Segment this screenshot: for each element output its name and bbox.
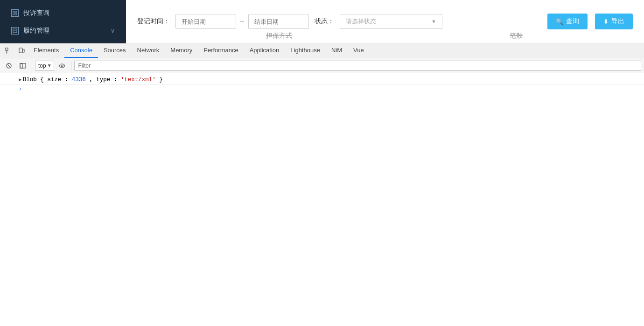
svg-rect-12 (20, 63, 22, 68)
expand-blob-btn[interactable]: ▶ (19, 76, 22, 83)
strikethrough-text-2: 笔数 (510, 32, 523, 40)
blob-size-label: size (47, 76, 61, 83)
console-toolbar: top ▼ (0, 58, 644, 73)
blob-close-brace: } (159, 76, 163, 83)
context-label: top (38, 62, 46, 69)
console-prompt-row: › (0, 85, 644, 93)
sidebar-item-fulfillment[interactable]: 履约管理 ∨ (7, 24, 119, 38)
content-top: 登记时间： ～ 状态： 请选择状态 ▼ 🔍 查询 ⬇ 导出 担保方式 笔数 (126, 0, 644, 43)
devtools-tabs: Elements Console Sources Network Memory … (28, 43, 642, 58)
login-time-label: 登记时间： (137, 17, 170, 26)
date-start-input[interactable] (175, 14, 236, 29)
tab-performance[interactable]: Performance (198, 43, 244, 58)
toolbar-divider-2 (71, 62, 71, 70)
date-input-group: ～ (175, 14, 309, 29)
clear-console-btn[interactable] (3, 61, 15, 71)
devtools-tabbar: Elements Console Sources Network Memory … (0, 43, 644, 58)
eye-icon-btn[interactable] (56, 61, 68, 71)
tab-nim[interactable]: NiM (326, 43, 348, 58)
document-icon (11, 27, 19, 35)
svg-line-11 (8, 64, 10, 67)
sidebar-item-label: 履约管理 (23, 27, 49, 35)
svg-rect-5 (6, 48, 8, 50)
console-content: ▶ Blob { size : 4336 , type : 'text/xml'… (0, 73, 644, 326)
blob-type-value: 'text/xml' (121, 76, 156, 83)
tab-sources[interactable]: Sources (98, 43, 132, 58)
blob-colon2: : (114, 76, 121, 83)
context-selector[interactable]: top ▼ (35, 61, 54, 71)
chevron-down-icon: ▼ (431, 19, 436, 24)
query-button[interactable]: 🔍 查询 (547, 14, 588, 29)
context-dropdown-arrow: ▼ (47, 63, 52, 68)
sidebar-item-complaint[interactable]: 投诉查询 (7, 6, 119, 20)
status-label: 状态： (315, 17, 334, 26)
export-button[interactable]: ⬇ 导出 (595, 14, 633, 29)
strikethrough-text-1: 担保方式 (266, 32, 292, 40)
form-row: 登记时间： ～ 状态： 请选择状态 ▼ (137, 14, 540, 29)
blob-comma: , (89, 76, 96, 83)
search-icon: 🔍 (556, 18, 563, 25)
date-end-input[interactable] (248, 14, 309, 29)
svg-rect-0 (13, 11, 17, 15)
svg-rect-9 (22, 49, 24, 52)
filter-input[interactable] (74, 61, 641, 71)
status-select[interactable]: 请选择状态 ▼ (340, 14, 442, 29)
prompt-caret: › (19, 86, 22, 92)
inspect-element-btn[interactable] (2, 43, 15, 58)
devtools-panel: Elements Console Sources Network Memory … (0, 43, 644, 326)
chevron-down-icon: ∨ (111, 28, 115, 34)
tab-network[interactable]: Network (132, 43, 165, 58)
tab-application[interactable]: Application (244, 43, 285, 58)
blob-type-label: type (96, 76, 110, 83)
svg-point-14 (59, 64, 64, 68)
show-sidebar-btn[interactable] (17, 61, 29, 71)
tab-memory[interactable]: Memory (165, 43, 198, 58)
tab-lighthouse[interactable]: Lighthouse (285, 43, 326, 58)
document-icon (11, 9, 19, 17)
status-placeholder: 请选择状态 (346, 17, 376, 26)
svg-point-15 (61, 65, 63, 67)
sidebar: 投诉查询 履约管理 ∨ (0, 0, 126, 43)
blob-size-value: 4336 (72, 76, 86, 83)
sidebar-item-label: 投诉查询 (23, 9, 49, 17)
blob-open-brace: { (40, 76, 44, 83)
blob-colon1: : (65, 76, 72, 83)
svg-rect-8 (19, 48, 22, 53)
svg-rect-3 (13, 29, 17, 33)
svg-rect-13 (20, 63, 26, 68)
download-icon: ⬇ (603, 18, 609, 25)
toolbar-divider (32, 62, 32, 70)
tab-elements[interactable]: Elements (28, 43, 64, 58)
tab-console[interactable]: Console (64, 43, 98, 58)
console-blob-row: ▶ Blob { size : 4336 , type : 'text/xml'… (0, 75, 644, 85)
blob-key: Blob (23, 76, 41, 83)
date-separator: ～ (239, 17, 245, 26)
tab-vue[interactable]: Vue (348, 43, 370, 58)
device-toggle-btn[interactable] (15, 43, 28, 58)
